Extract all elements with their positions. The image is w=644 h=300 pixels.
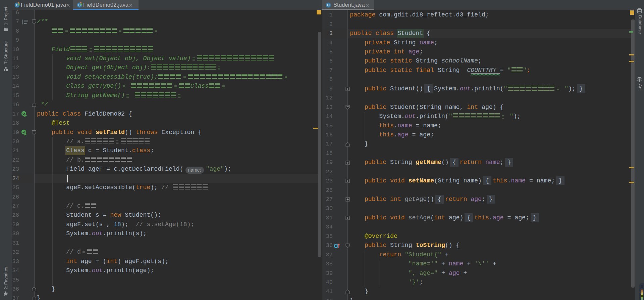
svg-text:C: C	[327, 3, 330, 7]
svg-text:C: C	[78, 3, 81, 7]
svg-text:C: C	[16, 3, 18, 7]
